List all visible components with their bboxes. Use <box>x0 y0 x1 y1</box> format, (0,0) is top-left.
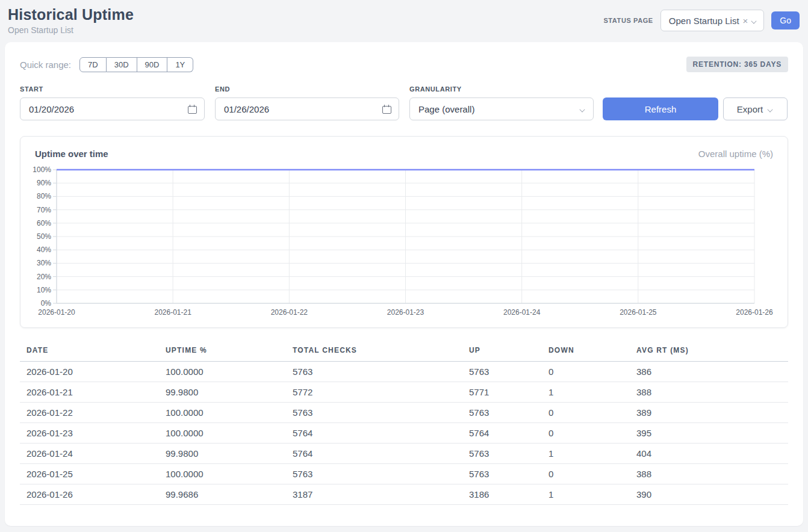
table-row: 2026-01-20100.0000576357630386 <box>20 362 788 382</box>
table-cell: 5764 <box>293 444 469 464</box>
table-cell: 99.9800 <box>166 382 293 403</box>
svg-text:2026-01-22: 2026-01-22 <box>271 308 308 317</box>
uptime-line-chart: 0%10%20%30%40%50%60%70%80%90%100%2026-01… <box>35 166 774 319</box>
table-row: 2026-01-2699.9686318731861390 <box>20 484 788 505</box>
title-block: Historical Uptime Open Startup List <box>8 6 134 35</box>
svg-text:50%: 50% <box>37 232 51 241</box>
start-label: START <box>20 85 205 93</box>
end-date-input[interactable]: 01/26/2026 <box>215 97 399 120</box>
filter-row: START 01/20/2026 END 01/26/2026 GRANULAR… <box>20 85 788 120</box>
granularity-select[interactable]: Page (overall) <box>409 97 594 120</box>
svg-text:2026-01-23: 2026-01-23 <box>387 308 424 317</box>
table-row: 2026-01-25100.0000576357630388 <box>20 464 788 484</box>
granularity-label: GRANULARITY <box>409 85 594 93</box>
table-cell: 2026-01-25 <box>20 464 166 484</box>
uptime-chart-panel: Uptime over time Overall uptime (%) 0%10… <box>20 136 788 328</box>
main-card: Quick range: 7D 30D 90D 1Y RETENTION: 36… <box>5 42 803 526</box>
end-label: END <box>215 85 399 93</box>
table-cell: 5763 <box>293 464 469 484</box>
quick-range-row: Quick range: 7D 30D 90D 1Y RETENTION: 36… <box>20 57 788 72</box>
svg-text:90%: 90% <box>37 179 51 187</box>
refresh-button[interactable]: Refresh <box>603 97 718 120</box>
table-cell: 389 <box>636 403 788 423</box>
table-cell: 2026-01-21 <box>20 382 166 403</box>
retention-badge: RETENTION: 365 DAYS <box>686 57 788 72</box>
table-cell: 2026-01-22 <box>20 403 166 423</box>
svg-text:2026-01-26: 2026-01-26 <box>736 308 773 317</box>
quick-range-group: 7D 30D 90D 1Y <box>79 57 193 72</box>
table-cell: 5763 <box>469 464 549 484</box>
col-header-total-checks: TOTAL CHECKS <box>293 342 469 362</box>
svg-text:10%: 10% <box>37 286 51 294</box>
table-cell: 395 <box>636 423 788 444</box>
chart-title: Uptime over time <box>35 149 108 159</box>
col-header-down: DOWN <box>549 342 636 362</box>
start-date-value: 01/20/2026 <box>29 104 74 114</box>
table-cell: 100.0000 <box>166 403 293 423</box>
svg-text:2026-01-21: 2026-01-21 <box>154 308 191 317</box>
svg-text:100%: 100% <box>33 165 51 174</box>
go-button[interactable]: Go <box>771 11 800 29</box>
table-cell: 5771 <box>469 382 549 403</box>
quick-range-label: Quick range: <box>20 60 71 70</box>
table-row: 2026-01-23100.0000576457640395 <box>20 423 788 444</box>
uptime-table: DATE UPTIME % TOTAL CHECKS UP DOWN AVG R… <box>20 342 788 505</box>
calendar-icon[interactable] <box>188 105 197 114</box>
chevron-down-icon <box>768 107 774 111</box>
svg-text:20%: 20% <box>37 273 51 281</box>
table-row: 2026-01-2199.9800577257711388 <box>20 382 788 403</box>
table-cell: 0 <box>549 423 636 444</box>
table-body: 2026-01-20100.00005763576303862026-01-21… <box>20 362 788 505</box>
export-label: Export <box>737 104 763 114</box>
table-header-row: DATE UPTIME % TOTAL CHECKS UP DOWN AVG R… <box>20 342 788 362</box>
col-header-uptime: UPTIME % <box>166 342 293 362</box>
table-cell: 99.9686 <box>166 484 293 505</box>
table-cell: 5763 <box>293 403 469 423</box>
table-cell: 5763 <box>469 403 549 423</box>
table-cell: 5764 <box>469 423 549 444</box>
table-cell: 404 <box>636 444 788 464</box>
quick-range-1y[interactable]: 1Y <box>167 57 193 72</box>
svg-text:2026-01-24: 2026-01-24 <box>503 308 541 317</box>
table-cell: 100.0000 <box>166 464 293 484</box>
quick-range-90d[interactable]: 90D <box>137 57 168 72</box>
quick-range-7d[interactable]: 7D <box>79 57 107 72</box>
table-cell: 0 <box>549 464 636 484</box>
start-date-input[interactable]: 01/20/2026 <box>20 97 205 120</box>
calendar-icon[interactable] <box>382 105 391 114</box>
table-cell: 5763 <box>469 362 549 382</box>
svg-text:70%: 70% <box>37 206 51 214</box>
table-cell: 390 <box>636 484 788 505</box>
table-cell: 2026-01-26 <box>20 484 166 505</box>
status-page-select[interactable]: Open Startup List × <box>660 10 765 31</box>
chevron-down-icon <box>751 19 757 22</box>
chart-legend: Overall uptime (%) <box>698 149 773 159</box>
table-cell: 386 <box>636 362 788 382</box>
table-cell: 99.9800 <box>166 444 293 464</box>
status-page-selected-value: Open Startup List <box>669 16 739 26</box>
table-cell: 1 <box>549 484 636 505</box>
table-cell: 0 <box>549 362 636 382</box>
svg-text:40%: 40% <box>37 246 51 254</box>
table-cell: 100.0000 <box>166 362 293 382</box>
table-cell: 2026-01-20 <box>20 362 166 382</box>
svg-text:2026-01-25: 2026-01-25 <box>620 308 657 317</box>
clear-icon[interactable]: × <box>743 16 748 25</box>
table-cell: 1 <box>549 444 636 464</box>
table-cell: 100.0000 <box>166 423 293 444</box>
table-cell: 5763 <box>469 444 549 464</box>
col-header-avg-rt: AVG RT (MS) <box>636 342 788 362</box>
table-cell: 5763 <box>293 362 469 382</box>
chevron-down-icon <box>580 107 586 111</box>
table-row: 2026-01-22100.0000576357630389 <box>20 403 788 423</box>
table-cell: 5764 <box>293 423 469 444</box>
svg-text:2026-01-20: 2026-01-20 <box>38 308 75 317</box>
top-bar: Historical Uptime Open Startup List STAT… <box>0 0 808 39</box>
quick-range-30d[interactable]: 30D <box>107 57 137 72</box>
table-row: 2026-01-2499.9800576457631404 <box>20 444 788 464</box>
table-cell: 3187 <box>293 484 469 505</box>
table-cell: 388 <box>636 464 788 484</box>
export-button[interactable]: Export <box>723 97 788 120</box>
svg-text:80%: 80% <box>37 192 51 200</box>
table-cell: 2026-01-23 <box>20 423 166 444</box>
